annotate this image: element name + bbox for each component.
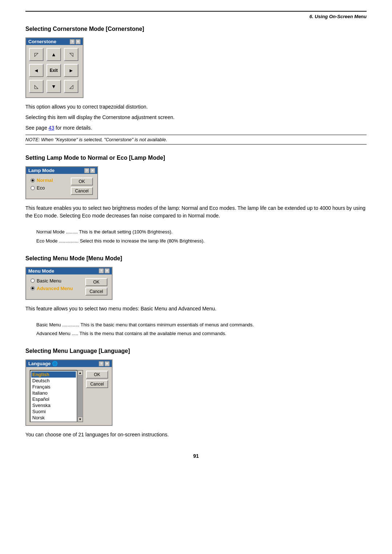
menumode-dialog: Menu Mode ? ✕ Basic Menu Advanced Menu O… [25,267,113,300]
language-section: Selecting Menu Language [Language] Langu… [25,348,367,439]
lamp-body: Normal Eco OK Cancel [26,174,97,199]
scroll-down-arrow[interactable]: ▼ [78,417,83,422]
scroll-track [78,375,83,417]
corner-bottom-btn[interactable]: ▼ [46,80,61,93]
lang-item-deutsch[interactable]: Deutsch [31,378,76,384]
menumode-advanced-row[interactable]: Advanced Menu [30,286,82,291]
lamp-normal-desc: Normal Mode ......... This is the defaul… [36,228,367,236]
menumode-description: This feature allows you to select two me… [25,305,367,313]
lang-item-italiano[interactable]: Italiano [31,390,76,396]
menumode-title-icons: ? ✕ [99,268,110,273]
menumode-advanced-radio[interactable] [30,286,35,290]
lamp-cancel-button[interactable]: Cancel [71,187,93,195]
language-close-icon[interactable]: ✕ [105,361,110,366]
cornerstone-title-icons: ? ✕ [70,39,81,44]
menumode-options: Basic Menu Advanced Menu [30,278,82,293]
corner-top-right-btn[interactable]: ◹ [64,48,78,61]
lamp-eco-desc: Eco Mode ............... Select this mod… [36,237,367,245]
lamp-normal-radio[interactable] [30,178,35,183]
lamp-options: Normal Eco [30,178,67,193]
corner-bottom-left-btn[interactable]: ◺ [29,80,44,93]
menumode-cancel-button[interactable]: Cancel [85,288,107,296]
cornerstone-section: Selecting Cornerstone Mode [Cornerstone]… [25,26,367,144]
lamp-close-icon[interactable]: ✕ [90,168,95,173]
lamp-description: This feature enables you to select two b… [25,204,367,220]
cornerstone-desc2: Selecting this item will display the Cor… [25,114,367,121]
menumode-buttons: OK Cancel [85,278,107,296]
language-cancel-button[interactable]: Cancel [86,380,108,388]
lamp-help-icon[interactable]: ? [84,168,89,173]
lamp-eco-label: Eco [37,185,45,191]
menumode-advanced-label: Advanced Menu [37,286,73,291]
menumode-basic-radio[interactable] [30,278,35,283]
language-titlebar: Language 🌐 ? ✕ [26,360,112,367]
cornerstone-title: Selecting Cornerstone Mode [Cornerstone] [25,26,367,32]
menumode-basic-row[interactable]: Basic Menu [30,278,82,284]
cornerstone-desc3: See page 43 for more details. [25,124,367,132]
cornerstone-desc1: This option allows you to correct trapez… [25,103,367,111]
cornerstone-titlebar: Cornerstone ? ✕ [26,38,83,45]
lamp-eco-row[interactable]: Eco [30,185,67,191]
corner-top-btn[interactable]: ▲ [46,48,61,61]
cornerstone-dialog: Cornerstone ? ✕ ◸ ▲ ◹ ◄ Exit ► ◺ ▼ ◿ [25,37,83,98]
lamp-buttons: OK Cancel [71,178,93,195]
lamp-ok-button[interactable]: OK [71,178,93,186]
lang-item-francais[interactable]: Français [31,384,76,390]
lang-item-english[interactable]: English [31,371,76,378]
language-dialog-title: Language 🌐 [28,361,58,366]
corner-bottom-right-btn[interactable]: ◿ [64,80,78,93]
cornerstone-dialog-title: Cornerstone [28,39,56,44]
lamp-dialog: Lamp Mode ? ✕ Normal Eco OK Cancel [25,166,98,199]
language-title: Selecting Menu Language [Language] [25,348,367,354]
language-title-icons: ? ✕ [99,361,110,366]
menumode-dialog-title: Menu Mode [28,268,54,274]
language-buttons: OK Cancel [86,371,108,388]
lamp-title: Setting Lamp Mode to Normal or Eco [Lamp… [25,155,367,161]
header-text: 6. Using On-Screen Menu [310,14,367,19]
language-listbox[interactable]: English Deutsch Français Italiano Españo… [30,370,77,422]
cornerstone-page-link[interactable]: 43 [49,125,54,131]
menumode-body: Basic Menu Advanced Menu OK Cancel [26,274,112,299]
menumode-help-icon[interactable]: ? [99,268,104,273]
language-dialog: Language 🌐 ? ✕ English Deutsch Français … [25,359,113,426]
menumode-ok-button[interactable]: OK [85,278,107,286]
lang-item-norsk[interactable]: Norsk [31,415,76,421]
cornerstone-note: NOTE: When "Keystone" is selected, "Corn… [25,135,367,144]
corner-exit-btn[interactable]: Exit [46,64,61,77]
corner-top-left-btn[interactable]: ◸ [29,48,44,61]
language-body: English Deutsch Français Italiano Españo… [26,367,112,425]
language-scrollbar[interactable]: ▲ ▼ [77,370,83,422]
lamp-normal-row[interactable]: Normal [30,178,67,183]
lang-list-area: English Deutsch Français Italiano Españo… [30,370,83,422]
lang-item-espanol[interactable]: Español [31,396,76,402]
cornerstone-grid: ◸ ▲ ◹ ◄ Exit ► ◺ ▼ ◿ [26,45,83,97]
page-number: 91 [25,453,367,459]
lamp-titlebar: Lamp Mode ? ✕ [26,167,97,174]
menumode-basic-desc: Basic Menu ............. This is the bas… [36,321,367,329]
menumode-close-icon[interactable]: ✕ [105,268,110,273]
help-icon[interactable]: ? [70,39,75,44]
lamp-dialog-title: Lamp Mode [28,168,54,173]
menumode-section: Selecting Menu Mode [Menu Mode] Menu Mod… [25,255,367,338]
close-icon[interactable]: ✕ [75,39,81,44]
lamp-section: Setting Lamp Mode to Normal or Eco [Lamp… [25,155,367,245]
scroll-up-arrow[interactable]: ▲ [78,370,83,375]
lamp-normal-label: Normal [37,178,53,183]
menumode-basic-label: Basic Menu [37,278,61,284]
lamp-title-icons: ? ✕ [84,168,95,173]
corner-left-btn[interactable]: ◄ [29,64,44,77]
menumode-title: Selecting Menu Mode [Menu Mode] [25,255,367,262]
menumode-titlebar: Menu Mode ? ✕ [26,268,112,274]
menumode-advanced-desc: Advanced Menu ..... This is the menu tha… [36,330,367,338]
corner-right-btn[interactable]: ► [64,64,78,77]
language-help-icon[interactable]: ? [99,361,104,366]
lang-item-svenska[interactable]: Svenska [31,402,76,408]
lamp-eco-radio[interactable] [30,186,35,190]
lang-item-suomi[interactable]: Suomi [31,408,76,415]
page-header: 6. Using On-Screen Menu [25,11,367,19]
language-ok-button[interactable]: OK [86,371,108,379]
language-description: You can choose one of 21 languages for o… [25,431,367,439]
